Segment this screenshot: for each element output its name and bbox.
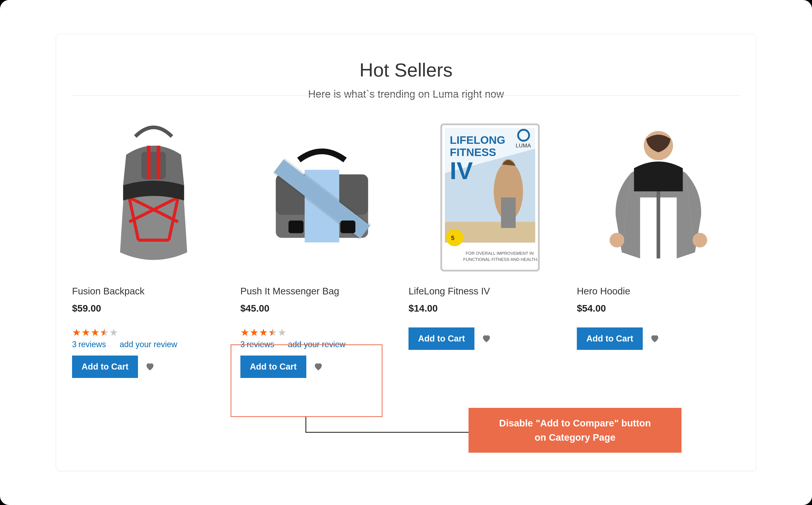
svg-point-25 <box>610 233 625 247</box>
section-rule <box>72 95 740 96</box>
svg-rect-4 <box>288 220 303 233</box>
section-subtitle: Here is what`s trending on Luma right no… <box>72 88 740 100</box>
star-icon: ★ <box>259 327 268 337</box>
add-review-link[interactable]: add your review <box>288 340 346 349</box>
product-name[interactable]: Fusion Backpack <box>72 286 235 297</box>
svg-point-18 <box>446 229 463 246</box>
product-price: $59.00 <box>72 303 235 314</box>
wishlist-icon[interactable] <box>481 333 492 344</box>
hot-sellers-panel: Hot Sellers Here is what`s trending on L… <box>56 34 756 471</box>
product-image[interactable] <box>595 118 722 277</box>
product-card: Hero Hoodie $54.00 Add to Cart <box>577 118 740 378</box>
star-empty-icon: ★ <box>109 327 118 337</box>
section-title: Hot Sellers <box>342 59 471 81</box>
product-image[interactable]: LIFELONG FITNESS IV LUMA 5 FOR OVERALL I… <box>427 118 553 277</box>
rating-stars: ★ ★ ★ ★ ★ <box>240 327 404 337</box>
star-icon: ★ <box>72 327 81 337</box>
annotation-connector <box>305 417 468 433</box>
svg-text:FOR OVERALL IMPROVEMENT IN: FOR OVERALL IMPROVEMENT IN <box>466 251 534 256</box>
product-image[interactable] <box>259 118 385 277</box>
wishlist-icon[interactable] <box>313 361 323 372</box>
product-name[interactable]: LifeLong Fitness IV <box>408 286 572 297</box>
rating-stars: ★ ★ ★ ★ ★ <box>72 327 235 337</box>
review-line: 3reviewsadd your review <box>240 340 404 349</box>
annotation-callout: Disable "Add to Compare" button on Categ… <box>468 408 681 453</box>
product-name[interactable]: Hero Hoodie <box>577 286 740 297</box>
callout-line1: Disable "Add to Compare" button <box>480 416 670 430</box>
add-review-link[interactable]: add your review <box>120 340 177 349</box>
wishlist-icon[interactable] <box>650 333 660 344</box>
svg-rect-0 <box>141 152 166 179</box>
svg-rect-24 <box>657 191 660 259</box>
add-to-cart-button[interactable]: Add to Cart <box>408 327 475 350</box>
star-empty-icon: ★ <box>278 327 286 337</box>
product-card: Push It Messenger Bag $45.00 ★ ★ ★ ★ ★ 3… <box>240 118 404 378</box>
svg-text:FUNCTIONAL FITNESS AND HEALTH.: FUNCTIONAL FITNESS AND HEALTH. <box>463 257 539 262</box>
product-price: $14.00 <box>408 303 572 314</box>
product-name[interactable]: Push It Messenger Bag <box>240 286 404 297</box>
star-icon: ★ <box>250 327 259 337</box>
star-half-icon: ★ <box>268 327 277 337</box>
reviews-link[interactable]: 3reviews <box>72 340 106 349</box>
svg-rect-16 <box>501 197 516 228</box>
product-price: $54.00 <box>577 303 740 314</box>
star-icon: ★ <box>81 327 90 337</box>
svg-text:FITNESS: FITNESS <box>450 146 497 158</box>
svg-text:IV: IV <box>450 157 473 184</box>
svg-text:LUMA: LUMA <box>516 142 531 149</box>
product-price: $45.00 <box>240 303 404 314</box>
product-grid: Fusion Backpack $59.00 ★ ★ ★ ★ ★ 3review… <box>72 118 740 378</box>
add-to-cart-button[interactable]: Add to Cart <box>240 356 306 378</box>
star-icon: ★ <box>240 327 249 337</box>
svg-rect-20 <box>445 246 535 267</box>
star-half-icon: ★ <box>100 327 109 337</box>
add-to-cart-button[interactable]: Add to Cart <box>577 327 643 350</box>
callout-line2: on Category Page <box>480 430 670 445</box>
star-icon: ★ <box>91 327 100 337</box>
svg-rect-5 <box>340 220 355 233</box>
svg-point-26 <box>693 233 707 247</box>
product-card: LIFELONG FITNESS IV LUMA 5 FOR OVERALL I… <box>408 118 572 378</box>
reviews-link[interactable]: 3reviews <box>240 340 274 349</box>
product-image[interactable] <box>90 118 217 277</box>
add-to-cart-button[interactable]: Add to Cart <box>72 356 138 378</box>
svg-text:LIFELONG: LIFELONG <box>450 134 506 146</box>
svg-text:5: 5 <box>451 234 454 241</box>
wishlist-icon[interactable] <box>145 361 155 372</box>
review-line: 3reviewsadd your review <box>72 340 235 349</box>
product-card: Fusion Backpack $59.00 ★ ★ ★ ★ ★ 3review… <box>72 118 235 378</box>
